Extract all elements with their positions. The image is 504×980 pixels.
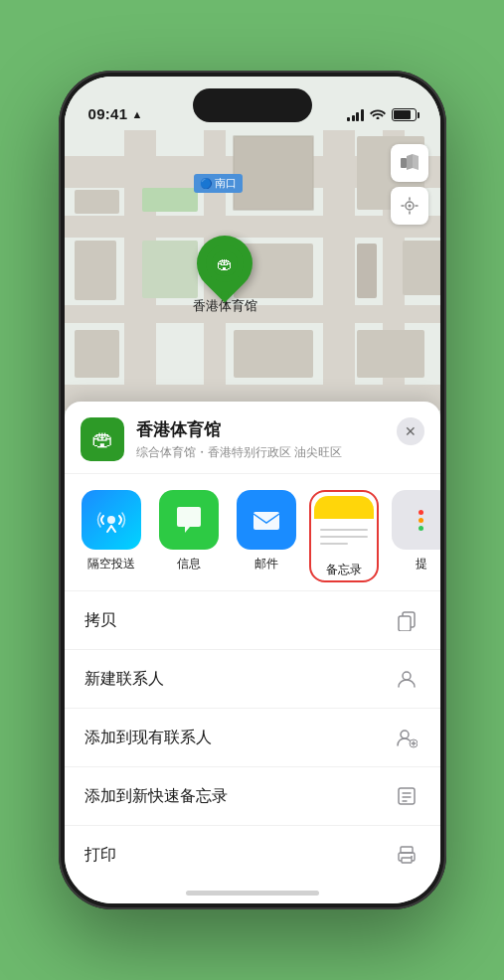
- new-contact-icon: [393, 665, 420, 693]
- svg-rect-17: [403, 241, 440, 295]
- share-row: 隔空投送 信息: [65, 474, 440, 590]
- copy-icon: [393, 606, 420, 634]
- copy-label: 拷贝: [84, 610, 116, 631]
- svg-point-33: [107, 516, 115, 524]
- share-item-message[interactable]: 信息: [154, 490, 224, 582]
- svg-rect-12: [142, 188, 198, 212]
- map-type-button[interactable]: [391, 144, 428, 182]
- mail-label: 邮件: [254, 556, 278, 572]
- add-existing-icon: [393, 724, 420, 751]
- airdrop-icon: [82, 490, 141, 550]
- svg-marker-28: [413, 154, 419, 170]
- svg-rect-43: [402, 858, 412, 863]
- home-indicator: [186, 891, 319, 896]
- share-item-mail[interactable]: 邮件: [232, 490, 301, 582]
- print-icon: [393, 841, 420, 869]
- bottom-sheet: 🏟 香港体育馆 综合体育馆・香港特别行政区 油尖旺区 ✕: [65, 402, 440, 903]
- location-button[interactable]: [391, 187, 428, 225]
- action-add-quick-note[interactable]: 添加到新快速备忘录: [65, 766, 440, 825]
- status-icons: [347, 107, 417, 122]
- airdrop-label: 隔空投送: [87, 556, 135, 572]
- message-label: 信息: [177, 556, 201, 572]
- map-south-entrance-label: 🔵 南口: [194, 174, 243, 193]
- dynamic-island: [193, 88, 312, 122]
- signal-bars-icon: [347, 109, 364, 121]
- message-icon: [159, 490, 219, 550]
- add-existing-label: 添加到现有联系人: [84, 728, 212, 748]
- svg-rect-26: [401, 158, 407, 168]
- phone-frame: 09:41 ▲: [59, 71, 446, 909]
- print-label: 打印: [84, 845, 116, 866]
- svg-rect-20: [234, 330, 313, 378]
- svg-point-44: [411, 856, 413, 858]
- pin-icon: 🏟: [206, 245, 244, 282]
- action-list: 拷贝 新建联系人: [65, 590, 440, 903]
- svg-rect-21: [357, 330, 424, 378]
- action-copy[interactable]: 拷贝: [65, 590, 440, 649]
- new-contact-label: 新建联系人: [84, 669, 164, 690]
- location-pin: 🏟 香港体育馆: [193, 236, 257, 315]
- add-quick-note-icon: [393, 782, 420, 810]
- status-time: 09:41: [88, 105, 128, 122]
- phone-screen: 09:41 ▲: [65, 77, 440, 903]
- venue-description: 综合体育馆・香港特别行政区 油尖旺区: [136, 444, 424, 461]
- svg-rect-18: [357, 244, 377, 298]
- svg-point-37: [403, 672, 411, 680]
- notes-icon: [314, 496, 374, 556]
- venue-name: 香港体育馆: [136, 418, 424, 441]
- wifi-icon: [370, 107, 386, 122]
- location-header: 🏟 香港体育馆 综合体育馆・香港特别行政区 油尖旺区 ✕: [65, 402, 440, 474]
- add-quick-note-label: 添加到新快速备忘录: [84, 786, 228, 807]
- share-item-more[interactable]: 提: [387, 490, 440, 582]
- action-new-contact[interactable]: 新建联系人: [65, 649, 440, 708]
- mail-icon: [237, 490, 296, 550]
- svg-rect-14: [142, 241, 198, 298]
- svg-point-30: [408, 205, 411, 208]
- svg-rect-13: [75, 241, 116, 300]
- close-icon: ✕: [405, 423, 417, 439]
- close-button[interactable]: ✕: [397, 417, 424, 445]
- action-print[interactable]: 打印: [65, 825, 440, 884]
- more-label: 提: [416, 556, 427, 572]
- svg-rect-19: [75, 330, 119, 378]
- svg-rect-10: [234, 136, 313, 210]
- battery-icon: [392, 108, 417, 121]
- more-icon: [392, 490, 440, 550]
- action-add-existing-contact[interactable]: 添加到现有联系人: [65, 708, 440, 766]
- svg-point-38: [401, 731, 409, 738]
- svg-rect-41: [401, 847, 413, 853]
- svg-rect-9: [75, 190, 119, 214]
- svg-rect-34: [253, 512, 279, 530]
- svg-text:🏟: 🏟: [217, 255, 233, 272]
- svg-marker-27: [407, 154, 413, 170]
- location-arrow-icon: ▲: [131, 108, 142, 120]
- svg-rect-36: [399, 616, 411, 631]
- share-item-notes[interactable]: 备忘录: [309, 490, 379, 582]
- venue-logo: 🏟: [81, 417, 124, 461]
- map-controls: [391, 144, 428, 225]
- share-item-airdrop[interactable]: 隔空投送: [77, 490, 146, 582]
- location-info: 香港体育馆 综合体育馆・香港特别行政区 油尖旺区: [136, 418, 424, 461]
- notes-label: 备忘录: [326, 562, 362, 578]
